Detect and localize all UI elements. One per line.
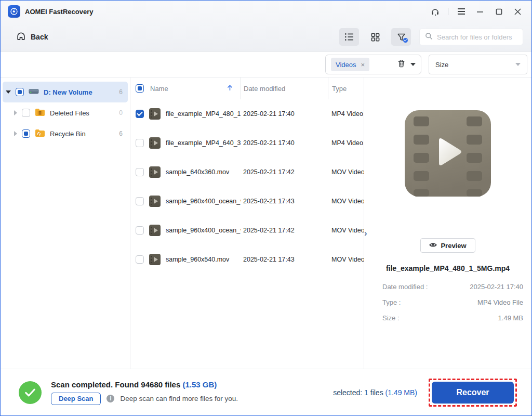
file-row[interactable]: sample_960x400_ocean_w... 2025-02-21 17:… — [130, 216, 364, 245]
drive-checkbox[interactable] — [16, 88, 24, 96]
item-count: 6 — [119, 88, 123, 96]
status-bar: Scan completed. Found 94680 files (1.53 … — [1, 369, 531, 415]
file-list: Name Date modified Type file_example_MP4… — [130, 77, 364, 369]
back-label: Back — [31, 33, 48, 41]
detail-value: 1.49 MB — [498, 314, 523, 322]
preview-button[interactable]: Preview — [420, 238, 475, 253]
file-date: 2025-02-21 17:42 — [241, 168, 328, 176]
column-header-name[interactable]: Name — [150, 85, 168, 93]
detail-label: Type : — [382, 298, 401, 306]
deep-scan-hint: Deep scan can find more files for you. — [120, 395, 238, 402]
sidebar-tree: D: New Volume 6 Deleted Files 0 Recycle … — [1, 77, 130, 369]
file-name: file_example_MP4_640_3... — [166, 139, 241, 147]
file-name: sample_960x400_ocean_w... — [166, 198, 241, 205]
close-button[interactable] — [510, 4, 525, 19]
row-checkbox[interactable] — [136, 226, 144, 235]
file-row[interactable]: file_example_MP4_480_1_... 2025-02-21 17… — [130, 99, 364, 128]
filter-button[interactable] — [391, 28, 411, 46]
file-date: 2025-02-21 17:43 — [241, 198, 328, 205]
video-play-thumb-icon — [149, 196, 161, 207]
recover-button[interactable]: Recover — [432, 382, 514, 404]
maximize-button[interactable] — [491, 4, 507, 19]
app-window: AOMEI FastRecovery — [0, 0, 532, 416]
sidebar-item-deleted-files[interactable]: Deleted Files 0 — [3, 102, 128, 123]
file-row[interactable]: sample_640x360.mov 2025-02-21 17:42 MOV … — [130, 158, 364, 187]
file-type: MOV Video — [328, 168, 364, 176]
hamburger-menu-icon[interactable] — [454, 4, 469, 19]
list-view-button[interactable] — [339, 28, 359, 46]
video-play-thumb-icon — [149, 225, 161, 236]
video-play-thumb-icon — [149, 254, 161, 265]
folder-trash-icon — [35, 108, 45, 118]
file-name: sample_960x540.mov — [166, 256, 241, 263]
trash-icon[interactable] — [397, 59, 405, 70]
sidebar-item-drive-d[interactable]: D: New Volume 6 — [3, 82, 128, 102]
row-checkbox[interactable] — [136, 110, 144, 118]
column-header-date[interactable]: Date modified — [244, 85, 285, 93]
search-input[interactable] — [437, 33, 528, 41]
size-filter-dropdown[interactable]: Size — [429, 55, 527, 74]
list-header: Name Date modified Type — [130, 77, 364, 99]
headset-icon[interactable] — [427, 4, 443, 19]
sort-up-arrow-icon[interactable] — [227, 84, 233, 93]
film-play-icon — [405, 110, 491, 199]
chevron-down-icon[interactable] — [410, 63, 416, 66]
titlebar: AOMEI FastRecovery — [1, 1, 531, 22]
chevron-right-icon[interactable]: › — [364, 229, 367, 238]
deleted-files-checkbox[interactable] — [22, 109, 30, 117]
file-type: MOV Video — [328, 227, 364, 234]
row-checkbox[interactable] — [136, 255, 144, 264]
file-name: sample_960x400_ocean_w... — [166, 227, 241, 234]
top-chrome: AOMEI FastRecovery — [1, 1, 531, 51]
row-checkbox[interactable] — [136, 168, 144, 176]
sidebar-item-recycle-bin[interactable]: Recycle Bin 6 — [3, 123, 128, 144]
deep-scan-button[interactable]: Deep Scan — [51, 393, 101, 405]
detail-value: 2025-02-21 17:40 — [470, 283, 523, 291]
video-play-thumb-icon — [149, 108, 161, 120]
scan-size-text: (1.53 GB) — [182, 380, 217, 389]
detail-label: Size : — [382, 314, 400, 322]
video-play-thumb-icon — [149, 137, 161, 149]
selected-count-text: selected: 1 files (1.49 MB) — [333, 388, 417, 397]
file-type: MOV Video — [328, 256, 364, 263]
file-date: 2025-02-21 17:43 — [241, 256, 328, 263]
file-type: MOV Video — [328, 198, 364, 205]
file-details: Date modified : 2025-02-21 17:40 Type : … — [364, 283, 531, 322]
eye-icon — [429, 242, 437, 250]
file-row[interactable]: sample_960x400_ocean_w... 2025-02-21 17:… — [130, 187, 364, 216]
expand-arrow-icon[interactable] — [6, 90, 11, 94]
magnifier-icon — [425, 32, 433, 42]
filter-tag-remove-icon[interactable]: × — [361, 61, 365, 68]
info-circle-icon: i — [107, 395, 114, 402]
minimize-button[interactable] — [472, 4, 488, 19]
preview-panel: › — [364, 77, 531, 369]
column-header-type[interactable]: Type — [332, 85, 347, 93]
file-type: MP4 Video File — [328, 110, 364, 118]
file-date: 2025-02-21 17:40 — [241, 110, 328, 118]
sidebar-item-label: Deleted Files — [50, 109, 89, 117]
video-play-thumb-icon — [149, 166, 161, 178]
detail-value: MP4 Video File — [477, 298, 523, 306]
file-row[interactable]: sample_960x540.mov 2025-02-21 17:43 MOV … — [130, 245, 364, 274]
collapse-arrow-icon[interactable] — [14, 131, 17, 136]
detail-label: Date modified : — [382, 283, 428, 291]
search-box[interactable] — [419, 29, 523, 45]
select-all-checkbox[interactable] — [136, 84, 144, 93]
file-row[interactable]: file_example_MP4_640_3... 2025-02-21 17:… — [130, 128, 364, 158]
recycle-bin-checkbox[interactable] — [22, 129, 30, 138]
home-icon — [16, 31, 26, 43]
recover-annotation-box: Recover — [429, 379, 517, 407]
back-button[interactable]: Back — [16, 31, 48, 43]
collapse-arrow-icon[interactable] — [14, 110, 17, 115]
grid-view-button[interactable] — [365, 28, 385, 46]
filter-tag-label: Videos — [336, 61, 356, 69]
preview-filename: file_example_MP4_480_1_5MG.mp4 — [386, 264, 510, 272]
titlebar-separator — [448, 8, 448, 15]
type-filter-box[interactable]: Videos × — [325, 55, 421, 74]
drive-icon — [29, 88, 39, 96]
row-checkbox[interactable] — [136, 139, 144, 147]
filter-tag-videos[interactable]: Videos × — [331, 58, 369, 71]
folder-recycle-icon — [35, 129, 45, 139]
row-checkbox[interactable] — [136, 197, 144, 205]
sidebar-item-label: D: New Volume — [44, 88, 92, 96]
